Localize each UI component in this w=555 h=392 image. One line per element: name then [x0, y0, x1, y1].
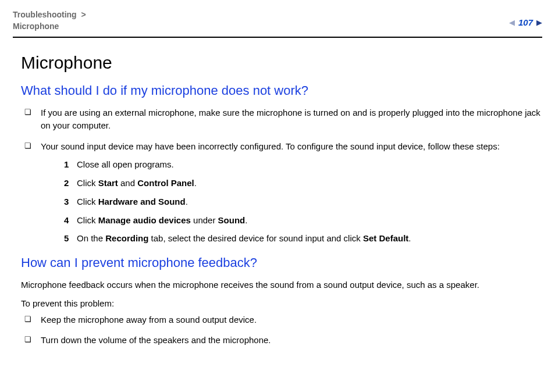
breadcrumb-section[interactable]: Troubleshooting — [13, 10, 77, 19]
next-page-arrow-icon[interactable]: ▶ — [536, 18, 542, 27]
prev-page-arrow-icon[interactable]: ◀ — [509, 18, 515, 27]
step-item: On the Recording tab, select the desired… — [41, 232, 542, 245]
list-item: Turn down the volume of the speakers and… — [21, 334, 542, 347]
breadcrumb-page[interactable]: Microphone — [13, 22, 59, 31]
step-item: Close all open programs. — [41, 158, 542, 171]
step-item: Click Start and Control Panel. — [41, 177, 542, 190]
list-item: Your sound input device may have been in… — [21, 140, 542, 245]
breadcrumb: Troubleshooting > Microphone — [13, 9, 88, 32]
breadcrumb-separator: > — [81, 10, 86, 19]
paragraph: Microphone feedback occurs when the micr… — [21, 279, 542, 291]
list-item: Keep the microphone away from a sound ou… — [21, 313, 542, 326]
section-heading: How can I prevent microphone feedback? — [21, 255, 542, 270]
list-item-text: Keep the microphone away from a sound ou… — [41, 315, 257, 325]
bullet-list: If you are using an external microphone,… — [21, 106, 542, 245]
steps-list: Close all open programs. Click Start and… — [41, 158, 542, 245]
page-number: 107 — [518, 17, 533, 27]
list-item-text: Turn down the volume of the speakers and… — [41, 335, 271, 345]
page-header: Troubleshooting > Microphone ◀ 107 ▶ — [13, 9, 542, 38]
list-item-text: Your sound input device may have been in… — [41, 141, 500, 151]
list-item: If you are using an external microphone,… — [21, 106, 542, 132]
step-item: Click Manage audio devices under Sound. — [41, 214, 542, 227]
bullet-list: Keep the microphone away from a sound ou… — [21, 313, 542, 347]
paragraph: To prevent this problem: — [21, 297, 542, 310]
section-heading: What should I do if my microphone does n… — [21, 83, 542, 98]
list-item-text: If you are using an external microphone,… — [41, 108, 540, 130]
page-content: Microphone What should I do if my microp… — [13, 53, 542, 347]
step-item: Click Hardware and Sound. — [41, 195, 542, 208]
page-number-nav: ◀ 107 ▶ — [509, 17, 542, 27]
page-title: Microphone — [21, 53, 542, 73]
